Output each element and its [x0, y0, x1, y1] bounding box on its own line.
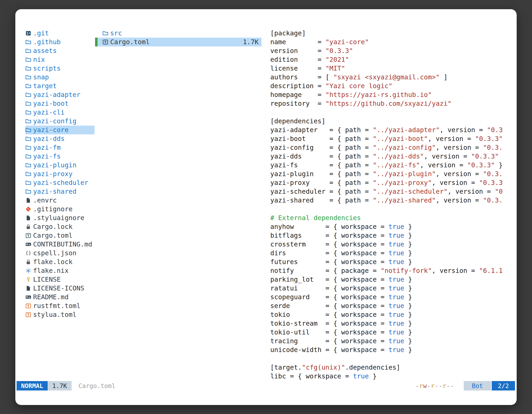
- file-row[interactable]: yazi-cli: [25, 108, 95, 117]
- preview-line: [package]: [270, 29, 514, 38]
- file-row[interactable]: src: [95, 29, 262, 38]
- preview-line: scopeguard = { workspace = true }: [270, 293, 514, 301]
- lock-icon: [25, 224, 33, 230]
- file-row[interactable]: yazi-config: [25, 117, 95, 125]
- preview-line: version = "0.3.3": [270, 47, 514, 55]
- file-row[interactable]: CONTRIBUTING.md: [25, 240, 95, 249]
- file-label: stylua.toml: [33, 310, 76, 319]
- folder-icon: [25, 180, 33, 186]
- preview-line: yazi-shared = { path = "../yazi-shared",…: [270, 196, 514, 205]
- file-label: README.md: [33, 293, 68, 301]
- status-file-size: 1.7K: [48, 381, 71, 390]
- preview-line: edition = "2021": [270, 55, 514, 64]
- preview-line: license = "MIT": [270, 64, 514, 73]
- preview-line: yazi-plugin = { path = "../yazi-plugin",…: [270, 170, 514, 178]
- file-row[interactable]: yazi-boot: [25, 99, 95, 108]
- file-label: LICENSE-ICONS: [33, 284, 84, 293]
- folder-icon: [25, 74, 33, 80]
- file-label: yazi-config: [33, 117, 76, 125]
- file-row[interactable]: snap: [25, 73, 95, 82]
- markdown-icon: [25, 294, 33, 300]
- file-row[interactable]: .styluaignore: [25, 213, 95, 222]
- preview-line: crossterm = { workspace = true }: [270, 240, 514, 249]
- file-label: .styluaignore: [33, 213, 84, 222]
- scroll-position-indicator: Bot: [464, 381, 491, 390]
- file-row[interactable]: LICENSE-ICONS: [25, 284, 95, 293]
- file-row[interactable]: yazi-core: [25, 125, 95, 135]
- file-label: flake.lock: [33, 258, 73, 266]
- file-label: Cargo.toml: [33, 231, 73, 240]
- file-row[interactable]: yazi-dds: [25, 135, 95, 143]
- parent-directory-pane[interactable]: .git.githubassetsnixscriptssnaptargetyaz…: [25, 29, 95, 319]
- mode-indicator: NORMAL: [17, 381, 48, 390]
- status-bar: NORMAL 1.7K Cargo.toml -rw-r--r-- Bot 2/…: [17, 381, 515, 390]
- file-label: target: [33, 82, 57, 90]
- folder-icon: [25, 136, 33, 142]
- folder-icon: [25, 39, 33, 45]
- file-row[interactable]: .envrc: [25, 196, 95, 205]
- folder-icon: [25, 57, 33, 63]
- file-row[interactable]: .gitignore: [25, 205, 95, 213]
- preview-line: repository = "https://github.com/sxyazi/…: [270, 99, 514, 108]
- file-row[interactable]: yazi-adapter: [25, 90, 95, 99]
- git-repo-icon: [25, 30, 33, 36]
- folder-icon: [25, 48, 33, 54]
- file-icon: [25, 285, 33, 291]
- folder-icon: [25, 144, 33, 151]
- toml-icon: [25, 312, 33, 318]
- permissions-indicator: -rw-r--r--: [415, 382, 454, 389]
- file-row[interactable]: nix: [25, 55, 95, 64]
- preview-line: yazi-boot = { path = "../yazi-boot", ver…: [270, 135, 514, 143]
- file-label: Cargo.toml: [110, 38, 150, 47]
- file-row[interactable]: target: [25, 82, 95, 90]
- preview-line: # External dependencies: [270, 213, 514, 222]
- file-row[interactable]: LICENSE: [25, 275, 95, 284]
- file-label: LICENSE: [33, 275, 61, 284]
- file-row[interactable]: Cargo.toml1.7K: [95, 38, 262, 47]
- preview-line: tokio-stream = { workspace = true }: [270, 319, 514, 328]
- folder-icon: [25, 127, 33, 133]
- current-directory-pane[interactable]: srcCargo.toml1.7K: [95, 29, 262, 47]
- file-label: Cargo.lock: [33, 222, 73, 231]
- file-row[interactable]: cspell.json: [25, 249, 95, 258]
- preview-line: tokio-util = { workspace = true }: [270, 328, 514, 337]
- preview-line: yazi-dds = { path = "../yazi-dds", versi…: [270, 152, 514, 161]
- file-label: flake.nix: [33, 266, 68, 275]
- file-row[interactable]: flake.lock: [25, 258, 95, 266]
- folder-icon: [25, 171, 33, 177]
- preview-line: yazi-adapter = { path = "../yazi-adapter…: [270, 125, 514, 135]
- file-row[interactable]: yazi-scheduler: [25, 178, 95, 187]
- file-row[interactable]: .github: [25, 38, 95, 47]
- file-row[interactable]: stylua.toml: [25, 310, 95, 319]
- preview-line: yazi-proxy = { path = "../yazi-proxy", v…: [270, 178, 514, 187]
- file-row[interactable]: README.md: [25, 293, 95, 301]
- preview-line: libc = { workspace = true }: [270, 372, 514, 381]
- file-icon: [25, 197, 33, 203]
- file-row[interactable]: Cargo.lock: [25, 222, 95, 231]
- preview-line: notify = { package = "notify-fork", vers…: [270, 266, 514, 275]
- preview-line: anyhow = { workspace = true }: [270, 222, 514, 231]
- file-row[interactable]: rustfmt.toml: [25, 301, 95, 310]
- file-row[interactable]: yazi-shared: [25, 187, 95, 196]
- toml-icon: [25, 303, 33, 309]
- folder-icon: [25, 83, 33, 89]
- status-filename: Cargo.toml: [78, 382, 115, 389]
- file-label: yazi-fm: [33, 143, 61, 152]
- preview-line: [target."cfg(unix)".dependencies]: [270, 363, 514, 372]
- file-row[interactable]: assets: [25, 47, 95, 55]
- file-row[interactable]: flake.nix: [25, 266, 95, 275]
- file-label: yazi-plugin: [33, 161, 76, 170]
- file-label: cspell.json: [33, 249, 76, 258]
- file-row[interactable]: yazi-plugin: [25, 161, 95, 170]
- file-row[interactable]: yazi-proxy: [25, 170, 95, 178]
- preview-line: ratatui = { workspace = true }: [270, 284, 514, 293]
- toml-icon: [103, 39, 110, 45]
- file-row[interactable]: yazi-fs: [25, 152, 95, 161]
- nix-icon: [25, 268, 33, 274]
- file-preview-pane[interactable]: [package]name = "yazi-core"version = "0.…: [270, 29, 514, 381]
- file-row[interactable]: scripts: [25, 64, 95, 73]
- file-row[interactable]: .git: [25, 29, 95, 38]
- file-row[interactable]: Cargo.toml: [25, 231, 95, 240]
- file-row[interactable]: yazi-fm: [25, 143, 95, 152]
- file-size: 1.7K: [243, 38, 259, 47]
